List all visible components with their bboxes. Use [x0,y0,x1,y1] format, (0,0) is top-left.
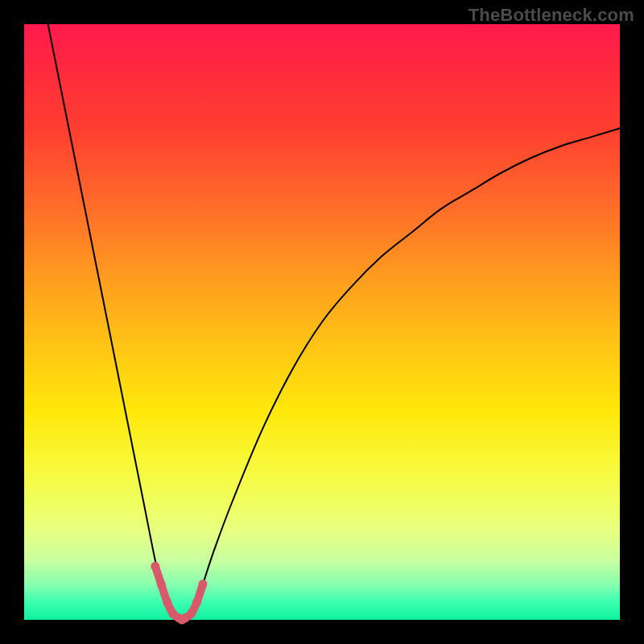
series-valley-highlight-dot [199,580,208,588]
chart-container: TheBottleneck.com [0,0,644,644]
series-valley-highlight-dot [151,562,159,571]
plot-area [24,24,620,620]
series-valley-highlight [155,566,203,620]
series-valley-highlight-dot [187,609,196,618]
series-valley-highlight-dot [157,580,166,588]
series-left-curve [48,24,180,620]
series-valley-highlight-dot [192,597,201,606]
watermark-text: TheBottleneck.com [469,5,634,26]
curve-layer [24,24,620,620]
series-valley-highlight-dot [163,597,171,606]
series-right-curve [185,129,620,621]
